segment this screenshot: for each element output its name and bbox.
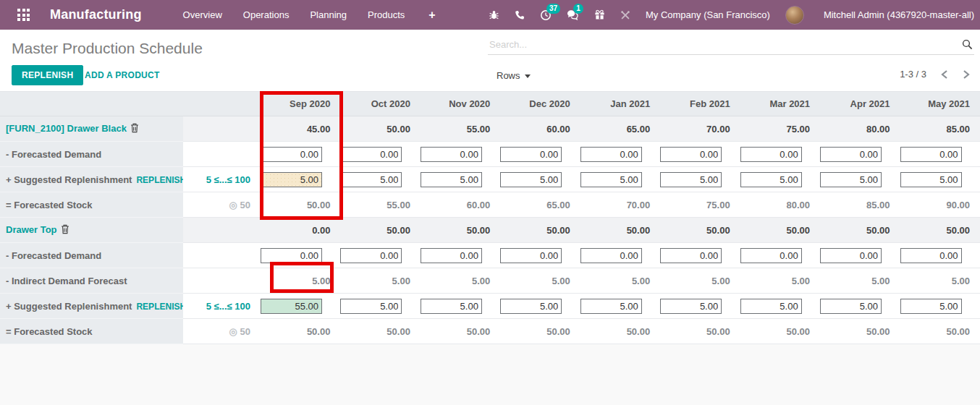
menu-planning[interactable]: Planning: [310, 9, 347, 20]
apps-grid-icon[interactable]: [17, 9, 30, 21]
quantity-input[interactable]: [500, 172, 562, 187]
month-value-cell: [740, 243, 820, 268]
safety-stock-target[interactable]: ◎50: [229, 326, 250, 337]
computed-value: 5.00: [711, 276, 730, 286]
tools-icon[interactable]: [620, 10, 630, 20]
month-value-cell: [820, 167, 900, 192]
product-link[interactable]: [FURN_2100] Drawer Black: [6, 123, 127, 134]
quantity-input[interactable]: [340, 299, 402, 314]
trash-icon[interactable]: [61, 226, 69, 236]
user-menu[interactable]: Mitchell Admin (4367920-master-all): [824, 9, 974, 20]
quantity-input[interactable]: [421, 147, 482, 162]
company-switcher[interactable]: My Company (San Francisco): [646, 9, 770, 20]
quantity-input[interactable]: [580, 147, 642, 162]
quantity-input[interactable]: [740, 147, 802, 162]
computed-value: 5.00: [632, 276, 650, 286]
month-value-cell: 50.00: [900, 319, 980, 344]
quantity-input[interactable]: [500, 248, 562, 263]
quantity-input[interactable]: [900, 248, 962, 263]
min-max-range[interactable]: 5 ≤...≤ 100: [206, 174, 250, 185]
starting-inventory-value: 80.00: [866, 124, 890, 135]
avatar[interactable]: [785, 6, 804, 25]
replenish-button[interactable]: REPLENISH: [12, 65, 83, 85]
search-input[interactable]: [488, 36, 974, 55]
month-value-cell: 75.00: [660, 192, 740, 218]
quantity-input[interactable]: [580, 299, 642, 314]
computed-value: 5.00: [552, 276, 570, 286]
quantity-input[interactable]: [900, 172, 962, 187]
menu-products[interactable]: Products: [368, 9, 405, 20]
quantity-input[interactable]: [660, 299, 722, 314]
month-value-cell: 90.00: [900, 192, 980, 218]
starting-inventory-cell: 50.00: [660, 218, 740, 243]
month-value-cell: 5.00: [500, 268, 580, 294]
quantity-input[interactable]: [580, 172, 642, 187]
quantity-input[interactable]: [740, 299, 802, 314]
safety-stock-target[interactable]: ◎50: [229, 200, 250, 210]
quantity-input[interactable]: [261, 147, 322, 162]
quantity-input[interactable]: [660, 147, 722, 162]
trash-icon[interactable]: [130, 124, 139, 135]
computed-value: 5.00: [952, 276, 970, 286]
quantity-input[interactable]: [500, 147, 562, 162]
app-title[interactable]: Manufacturing: [50, 7, 142, 22]
quantity-input[interactable]: [421, 248, 482, 263]
bug-icon[interactable]: [489, 9, 499, 20]
quantity-input[interactable]: [261, 299, 322, 314]
menu-overview[interactable]: Overview: [183, 9, 222, 20]
quantity-input[interactable]: [820, 248, 882, 263]
starting-inventory-value: 50.00: [866, 225, 890, 236]
quantity-input[interactable]: [261, 248, 322, 263]
month-value-cell: [740, 294, 820, 319]
menu-operations[interactable]: Operations: [243, 9, 290, 20]
replenish-link[interactable]: REPLENISH: [136, 302, 183, 312]
quantity-input[interactable]: [900, 147, 962, 162]
quantity-input[interactable]: [820, 299, 882, 314]
quantity-input[interactable]: [340, 147, 402, 162]
starting-inventory-value: 50.00: [787, 225, 811, 236]
month-value-cell: 50.00: [500, 319, 580, 344]
quantity-input[interactable]: [261, 172, 322, 187]
rows-dropdown[interactable]: Rows: [497, 70, 531, 81]
min-max-range[interactable]: 5 ≤...≤ 100: [206, 301, 250, 312]
activity-clock-icon[interactable]: 37: [540, 9, 552, 21]
month-value-cell: [580, 167, 660, 192]
search-icon[interactable]: [962, 39, 973, 53]
quantity-input[interactable]: [820, 147, 882, 162]
gift-icon[interactable]: [594, 9, 605, 20]
row-label: + Suggested Replenishment: [6, 301, 132, 312]
quantity-input[interactable]: [820, 172, 882, 187]
replenish-link[interactable]: REPLENISH: [136, 175, 183, 185]
quantity-input[interactable]: [421, 172, 482, 187]
month-value-cell: [660, 243, 740, 268]
starting-inventory-cell: 50.00: [340, 218, 420, 243]
mps-sub-row: + Suggested ReplenishmentREPLENISH5 ≤...…: [0, 167, 980, 192]
computed-value: 50.00: [307, 326, 331, 337]
computed-value: 50.00: [627, 326, 651, 337]
chevron-left-icon[interactable]: [941, 69, 948, 80]
phone-icon[interactable]: [515, 10, 525, 20]
quantity-input[interactable]: [740, 248, 802, 263]
quantity-input[interactable]: [421, 299, 482, 314]
month-value-cell: 80.00: [740, 192, 820, 218]
month-value-cell: 5.00: [660, 268, 740, 294]
quantity-input[interactable]: [900, 299, 962, 314]
info-cell: ◎50: [183, 319, 261, 344]
quantity-input[interactable]: [660, 248, 722, 263]
messages-icon[interactable]: 1: [567, 9, 579, 20]
row-label: - Indirect Demand Forecast: [6, 276, 127, 286]
starting-inventory-cell: 70.00: [660, 116, 740, 142]
add-a-product-button[interactable]: ADD A PRODUCT: [85, 70, 160, 80]
quantity-input[interactable]: [500, 299, 562, 314]
quantity-input[interactable]: [340, 172, 402, 187]
month-value-cell: [580, 243, 660, 268]
quantity-input[interactable]: [660, 172, 722, 187]
info-cell: ◎50: [183, 192, 261, 218]
quantity-input[interactable]: [740, 172, 802, 187]
product-link[interactable]: Drawer Top: [6, 224, 57, 235]
month-value-cell: [421, 167, 500, 192]
quantity-input[interactable]: [340, 248, 402, 263]
quantity-input[interactable]: [580, 248, 642, 263]
chevron-right-icon[interactable]: [963, 69, 970, 80]
plus-icon[interactable]: +: [428, 9, 435, 22]
